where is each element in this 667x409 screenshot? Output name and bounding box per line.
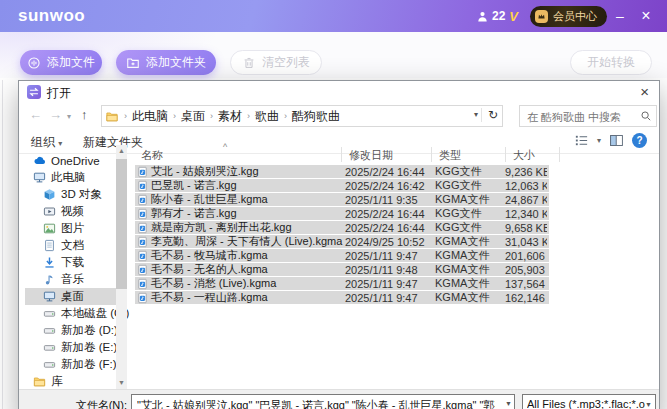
file-row[interactable]: 毛不易 - 牧马城市.kgma 2025/1/11 9:47 KGMA文件 20…	[135, 249, 549, 262]
sidebar-item-drive[interactable]: 新加卷 (E:)	[25, 339, 117, 356]
member-center-button[interactable]: 会员中心	[530, 6, 607, 27]
kgg-file-icon	[137, 166, 148, 178]
drive-icon	[43, 307, 56, 320]
file-row[interactable]: 毛不易 - 消愁 (Live).kgma 2025/1/11 9:47 KGMA…	[135, 277, 549, 290]
user-icon	[476, 10, 489, 23]
file-list-header: ^ 名称 修改日期 类型 大小	[135, 147, 655, 163]
close-button[interactable]: ×	[633, 7, 659, 25]
column-size[interactable]: 大小	[513, 148, 535, 163]
breadcrumb-segment[interactable]: 歌曲	[251, 108, 283, 125]
sidebar-item-folder[interactable]: 库	[25, 373, 117, 390]
open-file-dialog: 打开 × ← → ▾ ↑ › 此电脑 › 桌面 › 素材 › 歌曲 › 酷狗歌曲…	[18, 80, 660, 409]
dialog-title: 打开	[47, 85, 71, 102]
kgg-file-icon	[137, 278, 148, 290]
file-row[interactable]: 郭有才 - 诺言.kgg 2025/2/24 16:44 KGG文件 12,34…	[135, 207, 549, 220]
view-mode-icon[interactable]	[574, 133, 589, 148]
app-window-edge	[2, 80, 3, 409]
sidebar-item-video[interactable]: 视频	[25, 203, 117, 220]
column-type[interactable]: 类型	[439, 148, 461, 163]
file-row[interactable]: 就是南方凯 - 离别开出花.kgg 2025/2/24 16:44 KGG文件 …	[135, 221, 549, 234]
add-folder-button[interactable]: 添加文件夹	[116, 50, 216, 75]
sidebar-item-doc[interactable]: 文档	[25, 237, 117, 254]
dialog-titlebar: 打开 ×	[19, 81, 659, 103]
clear-list-button[interactable]: 清空列表	[230, 50, 322, 75]
address-dropdown-icon[interactable]: ▾	[474, 110, 478, 119]
file-row[interactable]: 李克勤、周深 - 天下有情人 (Live).kgma 2024/9/25 10:…	[135, 235, 549, 248]
sidebar-item-picture[interactable]: 图片	[25, 220, 117, 237]
filename-dropdown-icon[interactable]: ▼	[505, 400, 512, 407]
filename-input[interactable]	[135, 396, 497, 409]
kgg-file-icon	[137, 222, 148, 234]
kgg-file-icon	[137, 292, 148, 304]
brand-logo: sunwoo	[18, 6, 85, 26]
dialog-footer: 文件名(N): ▼ All Files (*.mp3;*.flac;*.ogg;…	[19, 389, 659, 409]
sidebar-item-pc[interactable]: 此电脑	[25, 169, 117, 186]
forward-icon[interactable]: →	[49, 107, 62, 122]
sidebar-item-drive[interactable]: 新加卷 (D:)	[25, 322, 117, 339]
dialog-navbar: ← → ▾ ↑ › 此电脑 › 桌面 › 素材 › 歌曲 › 酷狗歌曲 › ▾ …	[19, 105, 659, 129]
filename-combobox: ▼	[131, 394, 515, 409]
breadcrumb-segment[interactable]: 酷狗歌曲	[288, 108, 344, 125]
kgg-file-icon	[137, 194, 148, 206]
trash-icon	[242, 56, 256, 70]
minimize-button[interactable]: –	[607, 8, 633, 24]
breadcrumb-segment[interactable]: 桌面	[177, 108, 209, 125]
back-icon[interactable]: ←	[29, 107, 42, 122]
breadcrumb-segment[interactable]: 素材	[214, 108, 246, 125]
column-date[interactable]: 修改日期	[349, 148, 393, 163]
vip-badge: V	[509, 9, 518, 24]
filetype-select[interactable]: All Files (*.mp3;*.flac;*.ogg;*. ▼	[522, 394, 656, 409]
sidebar-item-cube[interactable]: 3D 对象	[25, 186, 117, 203]
sidebar-list: OneDrive 此电脑 3D 对象 视频 图片 文档 下载 音乐 桌面 本地磁…	[25, 147, 117, 390]
sidebar-item-music[interactable]: 音乐	[25, 271, 117, 288]
folder-icon	[105, 110, 119, 123]
file-row[interactable]: 毛不易 - 一程山路.kgma 2025/1/11 9:47 KGMA文件 16…	[135, 291, 549, 304]
download-icon	[43, 256, 56, 269]
refresh-icon[interactable]: ↻	[481, 108, 498, 122]
cloud-icon	[33, 154, 46, 167]
drive-icon	[43, 324, 56, 337]
address-bar[interactable]: › 此电脑 › 桌面 › 素材 › 歌曲 › 酷狗歌曲 › ▾ ↻	[101, 105, 503, 127]
help-icon[interactable]: ?	[632, 133, 647, 148]
video-icon	[43, 205, 56, 218]
pc-icon	[33, 171, 46, 184]
sidebar-item-desktop[interactable]: 桌面	[25, 288, 117, 305]
breadcrumb: 此电脑 › 桌面 › 素材 › 歌曲 › 酷狗歌曲 ›	[128, 108, 349, 125]
dialog-close-button[interactable]: ×	[640, 83, 649, 100]
app-titlebar: sunwoo 22 V 会员中心 – ×	[0, 0, 667, 32]
up-icon[interactable]: ↑	[81, 107, 88, 122]
kgg-file-icon	[137, 264, 148, 276]
add-folder-icon	[126, 56, 140, 70]
search-input[interactable]	[525, 107, 637, 127]
scroll-down-icon[interactable]: ▼	[116, 377, 127, 389]
scroll-up-icon[interactable]: ▲	[116, 145, 127, 157]
column-name[interactable]: 名称	[141, 148, 163, 163]
start-convert-button[interactable]: 开始转换	[570, 50, 652, 75]
preview-pane-icon[interactable]	[609, 133, 624, 148]
file-row[interactable]: 艾北 - 姑娘别哭泣.kgg 2025/2/24 16:44 KGG文件 9,2…	[135, 165, 549, 178]
sort-ascending-icon: ^	[223, 142, 227, 152]
file-row[interactable]: 巴昱凯 - 诺言.kgg 2025/2/24 16:42 KGG文件 12,06…	[135, 179, 549, 192]
file-row[interactable]: 毛不易 - 无名的人.kgma 2025/1/11 9:48 KGMA文件 20…	[135, 263, 549, 276]
kgg-file-icon	[137, 208, 148, 220]
sidebar-item-drive[interactable]: 新加卷 (F:)	[25, 356, 117, 373]
history-chevron-icon[interactable]: ▾	[67, 112, 71, 121]
scrollbar-thumb[interactable]	[116, 159, 127, 289]
music-icon	[43, 273, 56, 286]
dialog-app-icon	[27, 85, 41, 99]
search-icon	[640, 110, 652, 122]
sidebar-item-download[interactable]: 下载	[25, 254, 117, 271]
file-row[interactable]: 陈小春 - 乱世巨星.kgma 2025/1/11 9:35 KGMA文件 24…	[135, 193, 549, 206]
sidebar-scrollbar: ▲ ▼	[116, 145, 127, 389]
drive-icon	[43, 341, 56, 354]
add-file-button[interactable]: 添加文件	[20, 50, 102, 75]
file-list: 艾北 - 姑娘别哭泣.kgg 2025/2/24 16:44 KGG文件 9,2…	[135, 165, 549, 305]
desktop-icon	[43, 290, 56, 303]
sidebar-item-drive[interactable]: 本地磁盘 (C:)	[25, 305, 117, 322]
filename-label: 文件名(N):	[59, 398, 127, 409]
cube-icon	[43, 188, 56, 201]
breadcrumb-segment[interactable]: 此电脑	[128, 108, 172, 125]
view-mode-dropdown-icon[interactable]: ▾	[597, 136, 601, 145]
sidebar-item-cloud[interactable]: OneDrive	[25, 152, 117, 169]
doc-icon	[43, 239, 56, 252]
